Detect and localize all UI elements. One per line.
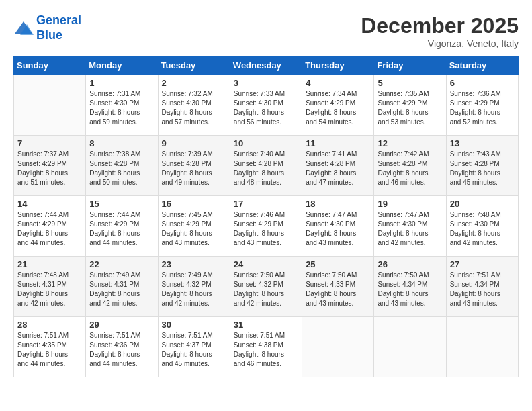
calendar-cell: 29Sunrise: 7:51 AM Sunset: 4:36 PM Dayli… [86,317,158,377]
calendar-cell: 27Sunrise: 7:51 AM Sunset: 4:34 PM Dayli… [446,257,518,317]
logo: General Blue [13,13,81,42]
day-info: Sunrise: 7:49 AM Sunset: 4:32 PM Dayligh… [162,271,226,308]
day-number: 21 [17,259,82,269]
day-info: Sunrise: 7:43 AM Sunset: 4:28 PM Dayligh… [450,150,515,187]
day-number: 19 [378,199,442,209]
weekday-header: Saturday [446,56,518,75]
day-info: Sunrise: 7:47 AM Sunset: 4:30 PM Dayligh… [378,210,442,248]
calendar-cell: 12Sunrise: 7:42 AM Sunset: 4:28 PM Dayli… [374,136,446,196]
day-number: 29 [89,320,154,330]
day-info: Sunrise: 7:44 AM Sunset: 4:29 PM Dayligh… [17,210,82,248]
day-number: 3 [234,78,298,88]
calendar-cell [446,317,518,377]
day-number: 6 [450,78,515,88]
day-info: Sunrise: 7:48 AM Sunset: 4:30 PM Dayligh… [450,210,515,248]
month-title: December 2025 [361,13,519,38]
title-block: December 2025 Vigonza, Veneto, Italy [361,13,519,49]
calendar-cell: 19Sunrise: 7:47 AM Sunset: 4:30 PM Dayli… [374,196,446,257]
calendar-cell: 16Sunrise: 7:45 AM Sunset: 4:29 PM Dayli… [158,196,230,257]
day-info: Sunrise: 7:50 AM Sunset: 4:32 PM Dayligh… [234,271,298,308]
calendar-cell: 18Sunrise: 7:47 AM Sunset: 4:30 PM Dayli… [302,196,374,257]
day-number: 13 [450,138,515,148]
weekday-header: Tuesday [158,56,230,75]
day-number: 1 [89,78,154,88]
calendar-cell: 5Sunrise: 7:35 AM Sunset: 4:29 PM Daylig… [374,75,446,136]
day-number: 9 [162,138,226,148]
day-number: 8 [89,138,154,148]
calendar-cell: 4Sunrise: 7:34 AM Sunset: 4:29 PM Daylig… [302,75,374,136]
calendar-cell: 28Sunrise: 7:51 AM Sunset: 4:35 PM Dayli… [14,317,86,377]
day-info: Sunrise: 7:33 AM Sunset: 4:30 PM Dayligh… [234,89,298,127]
day-info: Sunrise: 7:51 AM Sunset: 4:37 PM Dayligh… [162,331,226,369]
calendar-cell: 26Sunrise: 7:50 AM Sunset: 4:34 PM Dayli… [374,257,446,317]
day-info: Sunrise: 7:39 AM Sunset: 4:28 PM Dayligh… [162,150,226,187]
day-info: Sunrise: 7:38 AM Sunset: 4:28 PM Dayligh… [89,150,154,187]
day-info: Sunrise: 7:47 AM Sunset: 4:30 PM Dayligh… [306,210,370,248]
day-info: Sunrise: 7:51 AM Sunset: 4:38 PM Dayligh… [234,331,298,369]
calendar-week-row: 1Sunrise: 7:31 AM Sunset: 4:30 PM Daylig… [14,75,519,136]
calendar-cell: 6Sunrise: 7:36 AM Sunset: 4:29 PM Daylig… [446,75,518,136]
calendar-week-row: 7Sunrise: 7:37 AM Sunset: 4:29 PM Daylig… [14,136,519,196]
day-number: 5 [378,78,442,88]
day-number: 22 [89,259,154,269]
day-number: 4 [306,78,370,88]
weekday-header-row: SundayMondayTuesdayWednesdayThursdayFrid… [14,56,519,75]
calendar-week-row: 21Sunrise: 7:48 AM Sunset: 4:31 PM Dayli… [14,257,519,317]
calendar-cell: 30Sunrise: 7:51 AM Sunset: 4:37 PM Dayli… [158,317,230,377]
day-info: Sunrise: 7:36 AM Sunset: 4:29 PM Dayligh… [450,89,515,127]
day-info: Sunrise: 7:45 AM Sunset: 4:29 PM Dayligh… [162,210,226,248]
day-info: Sunrise: 7:41 AM Sunset: 4:28 PM Dayligh… [306,150,370,187]
calendar-cell: 21Sunrise: 7:48 AM Sunset: 4:31 PM Dayli… [14,257,86,317]
page-header: General Blue December 2025 Vigonza, Vene… [13,13,519,49]
day-info: Sunrise: 7:50 AM Sunset: 4:33 PM Dayligh… [306,271,370,308]
day-number: 16 [162,199,226,209]
day-info: Sunrise: 7:51 AM Sunset: 4:34 PM Dayligh… [450,271,515,308]
calendar-cell: 7Sunrise: 7:37 AM Sunset: 4:29 PM Daylig… [14,136,86,196]
location: Vigonza, Veneto, Italy [361,38,519,49]
day-info: Sunrise: 7:48 AM Sunset: 4:31 PM Dayligh… [17,271,82,308]
calendar-cell: 22Sunrise: 7:49 AM Sunset: 4:31 PM Dayli… [86,257,158,317]
day-info: Sunrise: 7:40 AM Sunset: 4:28 PM Dayligh… [234,150,298,187]
day-number: 23 [162,259,226,269]
day-number: 14 [17,199,82,209]
weekday-header: Friday [374,56,446,75]
day-info: Sunrise: 7:35 AM Sunset: 4:29 PM Dayligh… [378,89,442,127]
day-info: Sunrise: 7:49 AM Sunset: 4:31 PM Dayligh… [89,271,154,308]
calendar-week-row: 28Sunrise: 7:51 AM Sunset: 4:35 PM Dayli… [14,317,519,377]
day-info: Sunrise: 7:50 AM Sunset: 4:34 PM Dayligh… [378,271,442,308]
day-number: 10 [234,138,298,148]
calendar-cell: 14Sunrise: 7:44 AM Sunset: 4:29 PM Dayli… [14,196,86,257]
calendar-cell: 24Sunrise: 7:50 AM Sunset: 4:32 PM Dayli… [230,257,302,317]
calendar-cell: 2Sunrise: 7:32 AM Sunset: 4:30 PM Daylig… [158,75,230,136]
day-info: Sunrise: 7:46 AM Sunset: 4:29 PM Dayligh… [234,210,298,248]
calendar-cell: 1Sunrise: 7:31 AM Sunset: 4:30 PM Daylig… [86,75,158,136]
calendar-week-row: 14Sunrise: 7:44 AM Sunset: 4:29 PM Dayli… [14,196,519,257]
calendar-cell: 10Sunrise: 7:40 AM Sunset: 4:28 PM Dayli… [230,136,302,196]
day-number: 24 [234,259,298,269]
day-number: 11 [306,138,370,148]
weekday-header: Thursday [302,56,374,75]
day-info: Sunrise: 7:42 AM Sunset: 4:28 PM Dayligh… [378,150,442,187]
day-number: 25 [306,259,370,269]
logo-text: General Blue [36,13,81,42]
weekday-header: Sunday [14,56,86,75]
weekday-header: Monday [86,56,158,75]
day-info: Sunrise: 7:51 AM Sunset: 4:36 PM Dayligh… [89,331,154,369]
day-number: 27 [450,259,515,269]
calendar-cell: 9Sunrise: 7:39 AM Sunset: 4:28 PM Daylig… [158,136,230,196]
calendar-cell: 13Sunrise: 7:43 AM Sunset: 4:28 PM Dayli… [446,136,518,196]
calendar-cell: 31Sunrise: 7:51 AM Sunset: 4:38 PM Dayli… [230,317,302,377]
day-info: Sunrise: 7:32 AM Sunset: 4:30 PM Dayligh… [162,89,226,127]
calendar-cell [374,317,446,377]
weekday-header: Wednesday [230,56,302,75]
day-number: 20 [450,199,515,209]
calendar-cell: 25Sunrise: 7:50 AM Sunset: 4:33 PM Dayli… [302,257,374,317]
day-number: 26 [378,259,442,269]
day-number: 31 [234,320,298,330]
day-info: Sunrise: 7:37 AM Sunset: 4:29 PM Dayligh… [17,150,82,187]
day-number: 30 [162,320,226,330]
calendar-cell: 8Sunrise: 7:38 AM Sunset: 4:28 PM Daylig… [86,136,158,196]
day-info: Sunrise: 7:44 AM Sunset: 4:29 PM Dayligh… [89,210,154,248]
calendar-table: SundayMondayTuesdayWednesdayThursdayFrid… [13,56,519,377]
day-number: 15 [89,199,154,209]
